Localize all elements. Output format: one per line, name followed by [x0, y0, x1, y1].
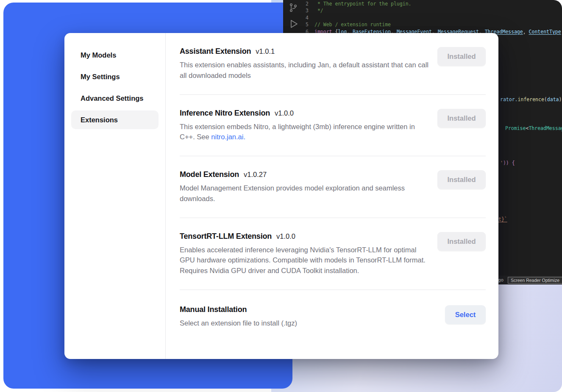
settings-sidebar: My Models My Settings Advanced Settings …	[64, 33, 166, 359]
extension-version: v1.0.27	[244, 171, 267, 179]
extension-title: Assistant Extension	[180, 47, 251, 56]
code-fragment: rator.inference(data));	[500, 97, 562, 102]
sidebar-item-my-settings[interactable]: My Settings	[71, 67, 159, 86]
select-file-button[interactable]: Select	[445, 305, 486, 324]
desktop: 2 * The entrypoint for the plugin.3 */45…	[0, 0, 562, 392]
installed-button[interactable]: Installed	[437, 232, 486, 251]
manual-installation-row: Manual Installation Select an extension …	[180, 290, 486, 342]
extension-version: v1.0.0	[275, 109, 294, 117]
extension-version: v1.0.1	[256, 47, 275, 55]
extension-description: Enables accelerated inference leveraging…	[180, 245, 429, 276]
sidebar-item-advanced-settings[interactable]: Advanced Settings	[71, 89, 159, 108]
code-fragment: t}`	[498, 216, 507, 222]
extension-version: v1.0.0	[276, 232, 295, 240]
manual-installation-title: Manual Installation	[180, 305, 247, 314]
extensions-panel: Assistant Extension v1.0.1 This extensio…	[166, 33, 498, 359]
screen-reader-badge[interactable]: Screen Reader Optimize	[508, 277, 562, 284]
sidebar-item-extensions[interactable]: Extensions	[71, 110, 159, 129]
installed-button[interactable]: Installed	[437, 47, 486, 66]
extension-title: TensortRT-LLM Extension	[180, 232, 272, 241]
extension-description: Model Management Extension provides mode…	[180, 183, 429, 204]
extension-row-inference-nitro: Inference Nitro Extension v1.0.0 This ex…	[180, 95, 486, 157]
extension-row-tensorrt-llm: TensortRT-LLM Extension v1.0.0 Enables a…	[180, 218, 486, 290]
settings-modal: My Models My Settings Advanced Settings …	[64, 33, 498, 359]
extension-description: This extension enables assistants, inclu…	[180, 60, 429, 81]
extension-title: Inference Nitro Extension	[180, 109, 270, 118]
extension-description: This extension embeds Nitro, a lightweig…	[180, 121, 429, 143]
nitro-jan-ai-link[interactable]: nitro.jan.ai.	[211, 133, 245, 141]
manual-installation-description: Select an extension file to install (.tg…	[180, 318, 297, 329]
extension-title: Model Extension	[180, 170, 239, 179]
code-lines: 2 * The entrypoint for the plugin.3 */45…	[283, 0, 562, 35]
installed-button[interactable]: Installed	[437, 109, 486, 128]
status-text: go	[498, 277, 504, 283]
code-fragment: Promise<ThreadMessage>	[505, 125, 562, 131]
installed-button[interactable]: Installed	[437, 170, 486, 189]
code-fragment: ')) {	[500, 160, 515, 166]
sidebar-item-my-models[interactable]: My Models	[71, 46, 159, 64]
extension-row-model: Model Extension v1.0.27 Model Management…	[180, 156, 486, 218]
extension-row-assistant: Assistant Extension v1.0.1 This extensio…	[180, 33, 486, 95]
